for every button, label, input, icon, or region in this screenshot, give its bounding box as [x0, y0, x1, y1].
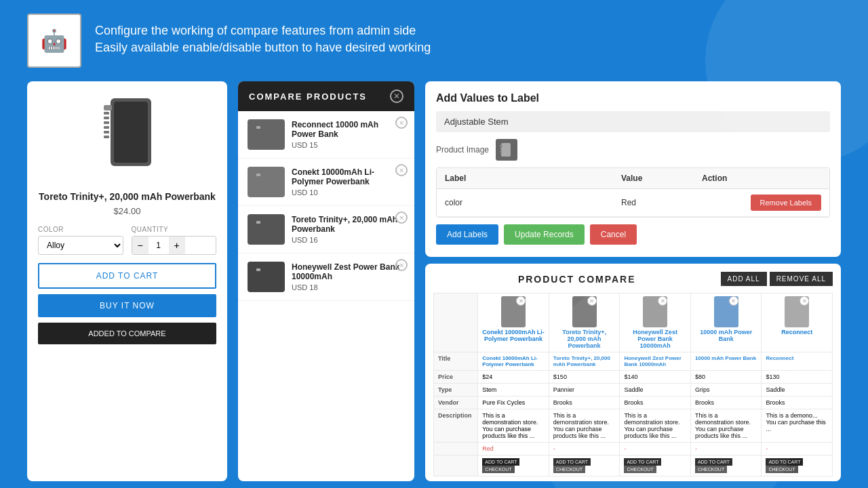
compare-items-list: Reconnect 10000 mAh Power Bank USD 15 ✕ … — [238, 111, 414, 301]
product-card: Toreto Trinity+, 20,000 mAh Powerbank $2… — [27, 81, 227, 481]
pc-color-0: Red — [478, 443, 549, 455]
pc-product-header-0: ✕ Conekt 10000mAh Li-Polymer Powerbank — [478, 293, 549, 352]
compare-item-price-2: USD 16 — [292, 236, 405, 244]
pc-desc-2: This is a demonstration store. You can p… — [620, 409, 691, 443]
pc-checkout-btn-4[interactable]: CHECKOUT — [766, 466, 797, 473]
qty-minus-button[interactable]: − — [132, 237, 149, 254]
pc-price-3: $80 — [690, 371, 762, 384]
remove-labels-button[interactable]: Remove Labels — [751, 195, 821, 211]
compare-item-name-0: Reconnect 10000 mAh Power Bank — [292, 120, 405, 139]
pc-row-buttons: ADD TO CART CHECKOUT ADD TO CART CHECKOU… — [434, 455, 833, 476]
color-select[interactable]: Alloy — [38, 236, 123, 255]
pc-price-1: $150 — [549, 371, 620, 384]
pc-remove-all-button[interactable]: REMOVE ALL — [770, 272, 833, 286]
compare-item-info-2: Toreto Trinity+, 20,000 mAh Powerbank US… — [292, 215, 405, 244]
svg-rect-2 — [104, 105, 112, 110]
pc-add-cart-btn-1[interactable]: ADD TO CART — [553, 458, 591, 466]
compare-item-name-1: Conekt 10000mAh Li-Polymer Powerbank — [292, 167, 405, 186]
buy-it-now-button[interactable]: BUY IT NOW — [38, 294, 216, 317]
pc-color-3: - — [690, 443, 762, 455]
pc-header: PRODUCT COMPARE ADD ALL REMOVE ALL — [433, 272, 833, 286]
product-compare-card: PRODUCT COMPARE ADD ALL REMOVE ALL ✕ Con… — [425, 264, 841, 481]
pc-checkout-btn-0[interactable]: CHECKOUT — [482, 466, 514, 473]
pc-product-header-2: ✕ Honeywell Zest Power Bank 10000mAh — [620, 293, 691, 352]
cancel-button[interactable]: Cancel — [590, 224, 637, 245]
pc-row-title: TitleConekt 10000mAh Li-Polymer Powerban… — [434, 352, 833, 371]
pc-product-close-0[interactable]: ✕ — [516, 296, 526, 306]
pc-title-1: Toreto Trinity+, 20,000 mAh Powerbank — [549, 352, 620, 371]
svg-rect-18 — [500, 145, 502, 147]
pc-desc-1: This is a demonstration store. You can p… — [549, 409, 620, 443]
pc-product-header-1: ✕ Toreto Trinity+, 20,000 mAh Powerbank — [549, 293, 620, 352]
pc-price-0: $24 — [478, 371, 549, 384]
pc-type-2: Saddle — [620, 384, 691, 396]
add-labels-button[interactable]: Add Labels — [436, 224, 498, 245]
label-value-table: Label Value Action color Red Remove Labe… — [436, 167, 830, 218]
pc-product-close-2[interactable]: ✕ — [658, 296, 667, 306]
pc-checkout-btn-3[interactable]: CHECKOUT — [695, 466, 727, 473]
header-line1: Configure the working of compare feature… — [95, 24, 431, 38]
add-to-cart-button[interactable]: ADD TO CART — [38, 263, 216, 289]
svg-rect-3 — [104, 112, 109, 115]
svg-rect-4 — [104, 117, 109, 119]
pc-buttons-2: ADD TO CART CHECKOUT — [620, 455, 691, 476]
pc-row-description: DescriptionThis is a demonstration store… — [434, 409, 833, 443]
pc-add-cart-btn-3[interactable]: ADD TO CART — [695, 458, 732, 466]
pc-vendor-4: Brooks — [762, 396, 833, 409]
svg-rect-6 — [104, 126, 109, 129]
svg-rect-1 — [114, 102, 148, 163]
compare-item-price-1: USD 10 — [292, 188, 405, 197]
compare-item-info-0: Reconnect 10000 mAh Power Bank USD 15 — [292, 120, 405, 149]
product-options: COLOR Alloy QUANTITY − 1 + — [38, 226, 216, 255]
compare-panel: COMPARE PRODUCTS ✕ Reconnect 10000 mAh P… — [238, 81, 414, 481]
main-content: Toreto Trinity+, 20,000 mAh Powerbank $2… — [0, 81, 868, 481]
pc-title-3: 10000 mAh Power Bank — [690, 352, 762, 371]
thumb-icon — [498, 142, 515, 158]
admin-panel: Add Values to Label Adjustable Stem Prod… — [425, 81, 841, 481]
compare-close-button[interactable]: ✕ — [390, 89, 403, 103]
th-label: Label — [437, 168, 613, 188]
pc-type-3: Grips — [690, 384, 762, 396]
svg-rect-11 — [258, 171, 273, 192]
pc-add-all-button[interactable]: ADD ALL — [721, 272, 767, 286]
compare-item-1: Conekt 10000mAh Li-Polymer Powerbank USD… — [238, 159, 414, 206]
added-to-compare-button[interactable]: ADDED TO COMPARE — [38, 323, 216, 344]
pc-buttons-1: ADD TO CART CHECKOUT — [549, 455, 620, 476]
header: 🤖 Configure the working of compare featu… — [0, 0, 868, 81]
compare-item-close-0[interactable]: ✕ — [395, 117, 408, 129]
product-image-area — [66, 95, 189, 183]
pc-checkout-btn-2[interactable]: CHECKOUT — [624, 466, 656, 473]
compare-item-name-3: Honeywell Zest Power Bank 10000mAh — [292, 262, 405, 281]
product-image-row: Product Image — [436, 139, 830, 161]
pc-desc-3: This is a demonstration store. You can p… — [690, 409, 762, 443]
pc-label-type: Type — [434, 384, 478, 396]
compare-item-img-1 — [248, 167, 285, 197]
th-action: Action — [694, 168, 829, 188]
svg-rect-19 — [500, 148, 502, 150]
pc-title: PRODUCT COMPARE — [433, 274, 721, 285]
qty-value: 1 — [149, 237, 169, 254]
pc-label-price: Price — [434, 371, 478, 384]
pc-add-cart-btn-0[interactable]: ADD TO CART — [482, 458, 519, 466]
pc-add-cart-btn-2[interactable]: ADD TO CART — [624, 458, 661, 466]
pc-add-cart-btn-4[interactable]: ADD TO CART — [766, 458, 803, 466]
qty-plus-button[interactable]: + — [169, 237, 185, 254]
update-records-button[interactable]: Update Records — [504, 224, 585, 245]
pc-product-close-1[interactable]: ✕ — [587, 296, 597, 306]
pc-checkout-btn-1[interactable]: CHECKOUT — [553, 466, 585, 473]
add-values-card: Add Values to Label Adjustable Stem Prod… — [425, 81, 841, 257]
pc-product-close-3[interactable]: ✕ — [729, 296, 738, 306]
compare-item-close-3[interactable]: ✕ — [395, 259, 408, 271]
compare-item-price-3: USD 18 — [292, 283, 405, 291]
compare-item-close-1[interactable]: ✕ — [395, 164, 408, 176]
pc-row-type: TypeStemPannierSaddleGripsSaddle — [434, 384, 833, 396]
pc-row-price: Price$24$150$140$80$130 — [434, 371, 833, 384]
pc-title-0: Conekt 10000mAh Li-Polymer Powerbank — [478, 352, 549, 371]
pc-price-2: $140 — [620, 371, 691, 384]
pc-buttons-0: ADD TO CART CHECKOUT — [478, 455, 549, 476]
pc-product-header-4: ✕ Reconnect — [762, 293, 833, 352]
pc-product-title-2: Honeywell Zest Power Bank 10000mAh — [624, 329, 686, 349]
compare-panel-title: COMPARE PRODUCTS — [249, 92, 367, 102]
compare-item-close-2[interactable]: ✕ — [395, 211, 408, 224]
header-line2: Easily available enable/disable button t… — [95, 41, 431, 55]
